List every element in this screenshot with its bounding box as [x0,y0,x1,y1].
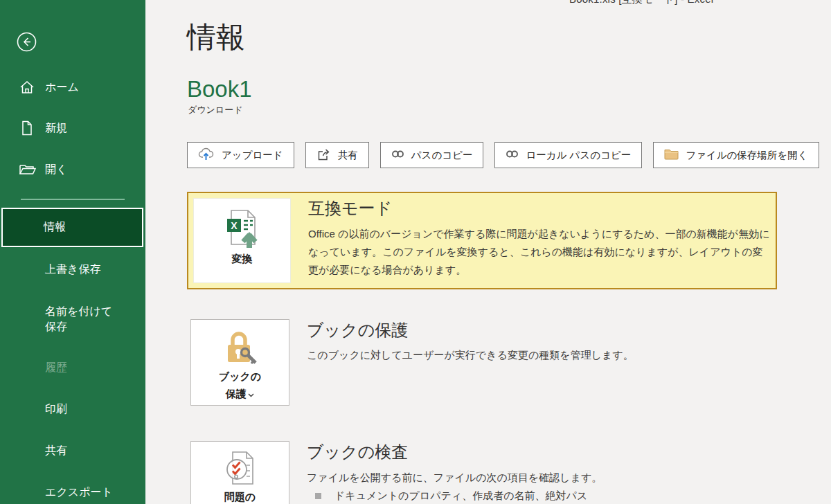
convert-workbook-icon: X [222,199,263,251]
convert-button-label: 変換 [232,253,253,266]
sidebar-item-label: 印刷 [45,403,67,415]
sidebar-item-save[interactable]: 上書き保存 [45,260,100,278]
sidebar-item-save-as[interactable]: 名前を付けて保存 [45,304,114,334]
copy-local-path-button[interactable]: ローカル パスのコピー [494,142,642,168]
lock-key-icon [221,320,260,368]
check-for-issues-button[interactable]: 問題の [190,441,289,504]
link-icon [391,150,404,161]
inspect-document-icon [222,442,259,489]
button-label: ローカル パスのコピー [526,149,631,162]
share-icon [316,147,331,163]
sidebar-item-label: 共有 [45,444,67,456]
protect-workbook-title: ブックの保護 [307,318,408,342]
inspect-bullet-text: ドキュメントのプロパティ、作成者の名前、絶対パス [334,487,587,504]
chevron-down-icon [248,384,254,402]
sidebar-item-new[interactable]: 新規 [45,119,67,137]
sidebar-item-info-selected[interactable]: 情報 [1,208,143,247]
sidebar-item-label: 情報 [44,220,66,235]
sidebar: ホーム 新規 開く 情報 上書き保存 名前を付けて保存 履歴 [0,0,145,504]
copy-path-button[interactable]: パスのコピー [380,142,484,168]
file-location: ダウンロード [188,104,243,116]
sidebar-item-label: 新規 [45,122,67,134]
sidebar-item-label: 開く [45,163,67,175]
new-document-icon [19,120,35,136]
convert-button[interactable]: X 変換 [193,198,291,283]
page-title: 情報 [187,18,245,57]
share-button[interactable]: 共有 [305,142,369,168]
sidebar-item-label: 履歴 [45,361,67,373]
sidebar-item-print[interactable]: 印刷 [45,400,67,418]
bullet-square-icon [315,493,321,499]
compatibility-mode-title: 互換モード [308,197,771,220]
button-label: アップロード [222,149,283,162]
open-folder-icon [19,161,35,178]
inspect-bullet-item: ドキュメントのプロパティ、作成者の名前、絶対パス [315,487,587,504]
link-icon [506,150,519,161]
sidebar-item-label: エクスポート [45,486,113,498]
sidebar-item-open[interactable]: 開く [45,161,67,179]
folder-icon [664,148,679,162]
protect-workbook-description: このブックに対してユーザーが実行できる変更の種類を管理します。 [307,346,634,364]
sidebar-item-export[interactable]: エクスポート [45,483,113,501]
home-icon [19,79,35,96]
action-button-row: アップロード 共有 パスのコピー ローカル パスのコピー [187,142,819,168]
check-for-issues-button-label: 問題の [224,491,256,504]
button-label: 共有 [338,149,358,162]
inspect-workbook-title: ブックの検査 [307,440,408,464]
back-icon [17,42,37,54]
sidebar-item-label: ホーム [45,81,79,93]
button-label: ファイルの保存場所を開く [686,149,807,162]
protect-workbook-button[interactable]: ブックの保護 [190,319,289,406]
open-file-location-button[interactable]: ファイルの保存場所を開く [653,142,819,168]
file-name: Book1 [187,76,252,102]
inspect-workbook-description: ファイルを公開する前に、ファイルの次の項目を確認します。 [307,469,602,487]
compatibility-mode-description: Office の以前のバージョンで作業する際に問題が起きないようにするため、一部… [308,225,771,279]
sidebar-item-share[interactable]: 共有 [45,442,67,460]
sidebar-item-home[interactable]: ホーム [45,78,79,96]
upload-cloud-icon [198,147,215,163]
sidebar-item-history: 履歴 [45,359,67,377]
sidebar-item-label: 名前を付けて保存 [45,305,112,332]
sidebar-divider [21,199,125,200]
protect-workbook-button-label: ブックの保護 [216,369,265,402]
upload-button[interactable]: アップロード [187,142,294,168]
button-label: パスのコピー [411,149,473,162]
compatibility-mode-panel: X 変換 互換モード Office の以前のバージョンで作業する際に問題が起きな… [187,192,777,289]
back-button[interactable] [17,32,37,52]
window-title: Book1.xls [互換モード] - Excel [569,0,713,6]
svg-text:X: X [231,220,238,231]
sidebar-item-label: 上書き保存 [45,263,100,275]
